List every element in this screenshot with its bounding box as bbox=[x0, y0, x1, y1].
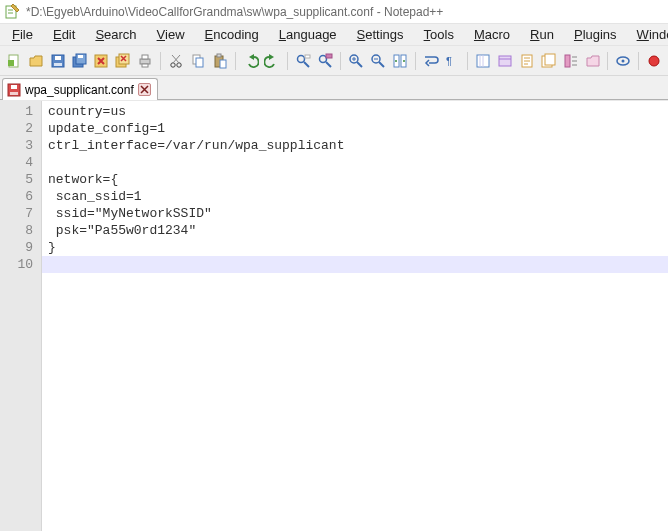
toolbar-separator bbox=[467, 52, 468, 70]
menu-view[interactable]: View bbox=[147, 25, 195, 44]
menu-macro[interactable]: Macro bbox=[464, 25, 520, 44]
line-number: 3 bbox=[0, 137, 41, 154]
svg-point-17 bbox=[171, 62, 175, 66]
line-number: 2 bbox=[0, 120, 41, 137]
svg-rect-26 bbox=[305, 55, 310, 58]
code-line[interactable]: scan_ssid=1 bbox=[48, 188, 662, 205]
replace-button[interactable] bbox=[315, 51, 335, 71]
window-title: *D:\Egyeb\Arduino\VideoCallforGrandma\sw… bbox=[26, 5, 443, 19]
menu-run[interactable]: Run bbox=[520, 25, 564, 44]
menu-file[interactable]: File bbox=[2, 25, 43, 44]
record-macro-button[interactable] bbox=[644, 51, 664, 71]
save-button[interactable] bbox=[48, 51, 68, 71]
code-line[interactable]: psk="Pa55w0rd1234" bbox=[48, 222, 662, 239]
menu-tools[interactable]: Tools bbox=[414, 25, 464, 44]
svg-point-24 bbox=[298, 55, 305, 62]
menu-language[interactable]: Language bbox=[269, 25, 347, 44]
folder-workspace-button[interactable] bbox=[583, 51, 603, 71]
menu-search[interactable]: Search bbox=[85, 25, 146, 44]
code-line[interactable]: network={ bbox=[48, 171, 662, 188]
sync-v-scroll-button[interactable] bbox=[390, 51, 410, 71]
code-line[interactable]: ctrl_interface=/var/run/wpa_supplicant bbox=[48, 137, 662, 154]
open-file-button[interactable] bbox=[26, 51, 46, 71]
svg-point-40 bbox=[403, 60, 405, 62]
svg-rect-29 bbox=[326, 54, 332, 58]
show-all-chars-button[interactable]: ¶ bbox=[442, 51, 462, 71]
svg-point-27 bbox=[320, 55, 327, 62]
svg-text:¶: ¶ bbox=[446, 55, 452, 67]
line-number: 1 bbox=[0, 103, 41, 120]
svg-rect-45 bbox=[499, 56, 511, 66]
tab-active[interactable]: wpa_supplicant.conf bbox=[2, 78, 158, 100]
toolbar-separator bbox=[340, 52, 341, 70]
svg-line-35 bbox=[379, 62, 384, 67]
close-button[interactable] bbox=[91, 51, 111, 71]
svg-point-59 bbox=[649, 56, 659, 66]
indent-guide-button[interactable] bbox=[473, 51, 493, 71]
toolbar-separator bbox=[607, 52, 608, 70]
menu-bar: File Edit Search View Encoding Language … bbox=[0, 24, 668, 46]
menu-encoding[interactable]: Encoding bbox=[195, 25, 269, 44]
svg-point-39 bbox=[395, 60, 397, 62]
title-bar: *D:\Egyeb\Arduino\VideoCallforGrandma\sw… bbox=[0, 0, 668, 24]
monitoring-button[interactable] bbox=[613, 51, 633, 71]
svg-rect-61 bbox=[11, 85, 17, 89]
svg-rect-4 bbox=[8, 60, 14, 66]
user-lang-button[interactable] bbox=[495, 51, 515, 71]
save-all-button[interactable] bbox=[70, 51, 90, 71]
tab-strip: wpa_supplicant.conf bbox=[0, 76, 668, 100]
code-line[interactable]: update_config=1 bbox=[48, 120, 662, 137]
svg-rect-6 bbox=[55, 56, 61, 60]
svg-rect-52 bbox=[545, 54, 555, 65]
doc-map-button[interactable] bbox=[517, 51, 537, 71]
code-line[interactable] bbox=[42, 256, 668, 273]
line-number: 10 bbox=[0, 256, 41, 273]
toolbar-separator bbox=[415, 52, 416, 70]
svg-rect-22 bbox=[217, 54, 221, 57]
print-button[interactable] bbox=[135, 51, 155, 71]
line-number: 9 bbox=[0, 239, 41, 256]
tab-close-button[interactable] bbox=[138, 83, 151, 96]
close-all-button[interactable] bbox=[113, 51, 133, 71]
new-file-button[interactable] bbox=[4, 51, 24, 71]
zoom-out-button[interactable] bbox=[368, 51, 388, 71]
svg-rect-20 bbox=[196, 58, 203, 67]
menu-settings[interactable]: Settings bbox=[347, 25, 414, 44]
svg-point-18 bbox=[177, 62, 181, 66]
copy-button[interactable] bbox=[188, 51, 208, 71]
line-number-gutter: 12345678910 bbox=[0, 101, 42, 531]
svg-rect-62 bbox=[10, 92, 18, 95]
code-line[interactable]: } bbox=[48, 239, 662, 256]
toolbar-separator bbox=[160, 52, 161, 70]
menu-edit[interactable]: Edit bbox=[43, 25, 85, 44]
line-number: 4 bbox=[0, 154, 41, 171]
paste-button[interactable] bbox=[210, 51, 230, 71]
code-line[interactable]: country=us bbox=[48, 103, 662, 120]
cut-button[interactable] bbox=[166, 51, 186, 71]
code-content[interactable]: country=usupdate_config=1ctrl_interface=… bbox=[42, 101, 668, 531]
unsaved-disk-icon bbox=[7, 83, 21, 97]
notepadpp-icon bbox=[4, 4, 20, 20]
word-wrap-button[interactable] bbox=[421, 51, 441, 71]
toolbar-separator bbox=[287, 52, 288, 70]
zoom-in-button[interactable] bbox=[346, 51, 366, 71]
function-list-button[interactable] bbox=[561, 51, 581, 71]
svg-rect-16 bbox=[142, 64, 148, 67]
svg-point-58 bbox=[622, 59, 625, 62]
menu-plugins[interactable]: Plugins bbox=[564, 25, 627, 44]
code-line[interactable] bbox=[48, 154, 662, 171]
svg-rect-53 bbox=[565, 55, 570, 67]
find-button[interactable] bbox=[293, 51, 313, 71]
redo-button[interactable] bbox=[262, 51, 282, 71]
svg-rect-10 bbox=[78, 55, 83, 58]
code-line[interactable]: ssid="MyNetworkSSID" bbox=[48, 205, 662, 222]
svg-line-28 bbox=[326, 62, 331, 67]
svg-rect-23 bbox=[220, 60, 226, 68]
undo-button[interactable] bbox=[241, 51, 261, 71]
line-number: 6 bbox=[0, 188, 41, 205]
svg-line-31 bbox=[357, 62, 362, 67]
doc-list-button[interactable] bbox=[539, 51, 559, 71]
menu-window[interactable]: Window bbox=[627, 25, 668, 44]
svg-rect-14 bbox=[140, 59, 150, 64]
line-number: 8 bbox=[0, 222, 41, 239]
